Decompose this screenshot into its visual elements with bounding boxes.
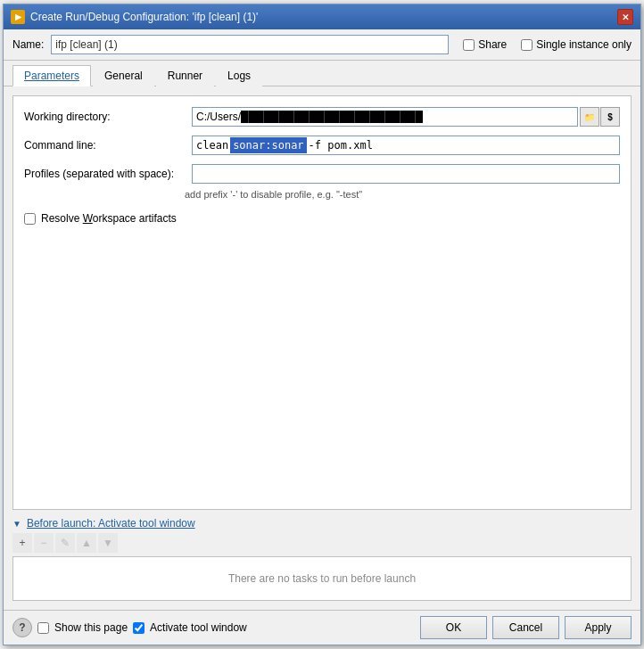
share-group: Share: [463, 38, 507, 51]
tab-general[interactable]: General: [93, 65, 154, 86]
ok-button[interactable]: OK: [420, 616, 487, 639]
bottom-bar: ? Show this page Activate tool window OK…: [4, 610, 640, 645]
resolve-label: Resolve Workspace artifacts: [41, 212, 177, 225]
spacer: [24, 234, 620, 498]
main-panel: Working directory: 📁 $ Command line:: [12, 95, 632, 510]
name-input[interactable]: [51, 35, 449, 54]
activate-window-checkbox[interactable]: [133, 622, 144, 634]
before-launch-section: ▼ Before launch: Activate tool window + …: [12, 517, 632, 601]
folder-icon: 📁: [584, 112, 595, 122]
launch-task-box: There are no tasks to run before launch: [12, 556, 632, 601]
apply-button[interactable]: Apply: [565, 616, 632, 639]
before-launch-header: ▼ Before launch: Activate tool window: [12, 517, 632, 530]
tab-bar: Parameters General Runner Logs: [4, 61, 640, 86]
tab-runner[interactable]: Runner: [156, 65, 214, 86]
command-line-label: Command line:: [24, 139, 185, 152]
window-title: Create Run/Debug Configuration: 'ifp [cl…: [30, 11, 258, 23]
working-dir-row: Working directory: 📁 $: [24, 107, 620, 127]
title-bar: ▶ Create Run/Debug Configuration: 'ifp […: [4, 4, 640, 29]
show-page-label: Show this page: [54, 621, 128, 634]
edit-task-button[interactable]: ✎: [55, 533, 75, 553]
tab-logs[interactable]: Logs: [216, 65, 262, 86]
before-launch-title[interactable]: Before launch: Activate tool window: [27, 517, 195, 530]
profiles-row: Profiles (separated with space):: [24, 164, 620, 184]
tab-logs-label: Logs: [227, 70, 251, 82]
close-button[interactable]: ✕: [617, 9, 633, 25]
working-dir-input[interactable]: [192, 107, 578, 127]
remove-task-button[interactable]: −: [34, 533, 54, 553]
resolve-label-text: Resolve Workspace artifacts: [41, 212, 177, 225]
variable-icon: $: [607, 112, 613, 122]
command-line-input[interactable]: clean sonar:sonar -f pom.xml: [192, 136, 620, 155]
content-area: Working directory: 📁 $ Command line:: [4, 86, 640, 610]
single-instance-label: Single instance only: [536, 38, 632, 51]
share-checkbox[interactable]: [463, 39, 475, 51]
activate-window-label: Activate tool window: [150, 621, 247, 634]
cmd-highlight-text: sonar:sonar: [230, 137, 306, 153]
resolve-row: Resolve Workspace artifacts: [24, 212, 620, 225]
dir-buttons: 📁 $: [580, 107, 620, 127]
resolve-checkbox[interactable]: [24, 213, 36, 225]
working-dir-input-row: 📁 $: [192, 107, 620, 127]
share-label: Share: [478, 38, 507, 51]
move-down-button[interactable]: ▼: [98, 533, 118, 553]
single-instance-group: Single instance only: [521, 38, 632, 51]
cmd-suffix-text: -f pom.xml: [307, 137, 375, 153]
cmd-plain-text: clean: [194, 137, 230, 153]
working-dir-label: Working directory:: [24, 111, 185, 123]
single-instance-checkbox[interactable]: [521, 39, 533, 51]
name-label: Name:: [12, 38, 44, 51]
profiles-input[interactable]: [192, 164, 620, 184]
profiles-label: Profiles (separated with space):: [24, 168, 185, 180]
no-tasks-label: There are no tasks to run before launch: [228, 572, 416, 585]
show-page-row: Show this page Activate tool window: [37, 621, 247, 634]
collapse-icon[interactable]: ▼: [12, 519, 21, 529]
show-page-checkbox[interactable]: [37, 622, 49, 634]
tab-parameters[interactable]: Parameters: [12, 65, 91, 86]
tab-runner-label: Runner: [168, 70, 202, 82]
dialog-window: ▶ Create Run/Debug Configuration: 'ifp […: [3, 4, 641, 645]
tab-parameters-label: Parameters: [24, 70, 79, 82]
name-row: Name: Share Single instance only: [4, 29, 640, 61]
add-task-button[interactable]: +: [12, 533, 32, 553]
cancel-button[interactable]: Cancel: [492, 616, 559, 639]
launch-toolbar: + − ✎ ▲ ▼: [12, 533, 632, 553]
app-icon: ▶: [11, 10, 25, 24]
command-line-row: Command line: clean sonar:sonar -f pom.x…: [24, 136, 620, 155]
move-up-button[interactable]: ▲: [77, 533, 96, 553]
tab-general-label: General: [104, 70, 143, 82]
variable-dir-button[interactable]: $: [600, 107, 620, 127]
help-button[interactable]: ?: [12, 618, 32, 637]
title-bar-left: ▶ Create Run/Debug Configuration: 'ifp […: [11, 10, 258, 24]
browse-dir-button[interactable]: 📁: [580, 107, 599, 127]
profiles-hint: add prefix '-' to disable profile, e.g. …: [185, 189, 620, 200]
